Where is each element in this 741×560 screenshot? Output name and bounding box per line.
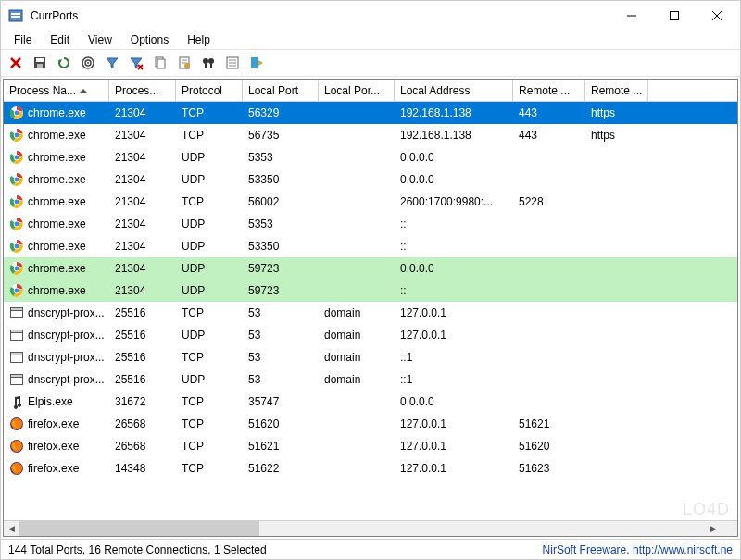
cell: https: [585, 124, 648, 146]
html-report-icon[interactable]: [223, 54, 242, 72]
save-icon[interactable]: [31, 54, 49, 72]
status-text: 144 Total Ports, 16 Remote Connections, …: [8, 543, 267, 556]
cell: [585, 391, 648, 413]
cell: chrome.exe: [4, 280, 109, 302]
table-row[interactable]: chrome.exe21304UDP53530.0.0.0: [4, 146, 737, 168]
cell: chrome.exe: [4, 146, 109, 168]
svg-rect-1: [11, 13, 20, 15]
refresh-icon[interactable]: [55, 54, 73, 72]
clear-filter-icon[interactable]: [127, 54, 145, 72]
menu-view[interactable]: View: [79, 31, 121, 48]
cell: 127.0.0.1: [395, 457, 513, 479]
cell: 21304: [109, 213, 176, 235]
maximize-button[interactable]: [653, 2, 696, 30]
cell: 443: [513, 124, 585, 146]
table-row[interactable]: chrome.exe21304TCP56735192.168.1.138443h…: [4, 124, 737, 146]
svg-point-59: [15, 267, 19, 271]
minimize-button[interactable]: [610, 2, 653, 30]
svg-rect-66: [11, 330, 23, 333]
svg-point-25: [184, 63, 190, 68]
cell: [513, 391, 585, 413]
column-remote-port-name[interactable]: Remote ...: [585, 80, 648, 101]
svg-rect-21: [157, 59, 165, 68]
table-row[interactable]: dnscrypt-prox...25516TCP53domain127.0.0.…: [4, 302, 737, 324]
app-icon: [8, 8, 23, 23]
column-local-port-name[interactable]: Local Por...: [319, 80, 395, 101]
table-row[interactable]: chrome.exe21304UDP533500.0.0.0: [4, 168, 737, 191]
table-row[interactable]: dnscrypt-prox...25516TCP53domain::1: [4, 346, 737, 368]
menu-edit[interactable]: Edit: [41, 31, 79, 48]
cell: 51620: [513, 435, 585, 457]
cell: 5353: [243, 146, 319, 168]
table-row[interactable]: chrome.exe21304TCP56329192.168.1.138443h…: [4, 102, 737, 124]
column-remote-port[interactable]: Remote ...: [513, 80, 585, 101]
table-row[interactable]: firefox.exe14348TCP51622127.0.0.151623: [4, 457, 737, 479]
cell: 127.0.0.1: [395, 324, 513, 346]
menu-file[interactable]: File: [5, 31, 41, 48]
menu-options[interactable]: Options: [121, 31, 178, 48]
column-process-id[interactable]: Proces...: [109, 80, 176, 101]
table-row[interactable]: firefox.exe26568TCP51621127.0.0.151620: [4, 435, 737, 457]
cell: [585, 302, 648, 324]
table-row[interactable]: Elpis.exe31672TCP357470.0.0.0: [4, 391, 737, 413]
cell: [585, 457, 648, 479]
column-local-port[interactable]: Local Port: [243, 80, 319, 101]
table-row[interactable]: dnscrypt-prox...25516UDP53domain::1: [4, 368, 737, 391]
table-row[interactable]: chrome.exe21304UDP59723::: [4, 280, 737, 302]
table-row[interactable]: dnscrypt-prox...25516UDP53domain127.0.0.…: [4, 324, 737, 346]
cell: 192.168.1.138: [395, 124, 513, 146]
find-icon[interactable]: [199, 54, 218, 72]
svg-rect-4: [671, 12, 679, 20]
table-row[interactable]: chrome.exe21304TCP560022600:1700:9980:..…: [4, 191, 737, 213]
table-body[interactable]: chrome.exe21304TCP56329192.168.1.138443h…: [4, 102, 737, 520]
cell: [585, 413, 648, 435]
cell: 127.0.0.1: [395, 413, 513, 435]
cell: dnscrypt-prox...: [4, 368, 109, 391]
cell: 21304: [109, 280, 176, 302]
menubar: File Edit View Options Help: [1, 31, 740, 49]
cell: 25516: [109, 346, 176, 368]
menu-help[interactable]: Help: [178, 31, 220, 48]
exit-icon[interactable]: [247, 54, 266, 72]
table-row[interactable]: chrome.exe21304UDP5353::: [4, 213, 737, 235]
auto-refresh-icon[interactable]: [79, 54, 97, 72]
scroll-left-icon[interactable]: ◀: [4, 521, 19, 537]
cell: 21304: [109, 235, 176, 257]
copy-icon[interactable]: [151, 54, 170, 72]
horizontal-scrollbar[interactable]: ◀ ▶: [4, 520, 737, 536]
cell: domain: [319, 324, 395, 346]
svg-rect-28: [205, 64, 207, 68]
window-icon: [9, 372, 24, 387]
cell: 192.168.1.138: [395, 102, 513, 124]
cell: 21304: [109, 257, 176, 280]
filter-icon[interactable]: [103, 54, 121, 72]
scroll-thumb[interactable]: [19, 521, 259, 536]
status-link[interactable]: NirSoft Freeware. http://www.nirsoft.ne: [543, 543, 733, 556]
svg-marker-35: [258, 60, 263, 66]
svg-point-27: [208, 58, 214, 64]
chrome-icon: [9, 239, 24, 254]
close-button[interactable]: [696, 2, 738, 30]
chrome-icon: [9, 172, 24, 187]
table-row[interactable]: chrome.exe21304UDP597230.0.0.0: [4, 257, 737, 280]
cell: 0.0.0.0: [395, 391, 513, 413]
cell: 31672: [109, 391, 176, 413]
cell: 0.0.0.0: [395, 168, 513, 191]
chrome-icon: [9, 194, 24, 209]
cell: 443: [513, 102, 585, 124]
scroll-right-icon[interactable]: ▶: [706, 521, 722, 537]
close-connection-icon[interactable]: [6, 54, 25, 72]
cell: Elpis.exe: [4, 391, 109, 413]
column-local-address[interactable]: Local Address: [395, 80, 513, 101]
cell: 0.0.0.0: [395, 257, 513, 280]
cell: UDP: [176, 280, 243, 302]
table-row[interactable]: chrome.exe21304UDP53350::: [4, 235, 737, 257]
cell: UDP: [176, 213, 243, 235]
chrome-icon: [9, 283, 24, 298]
column-process-name[interactable]: Process Na...: [4, 80, 109, 101]
properties-icon[interactable]: [175, 54, 194, 72]
table-row[interactable]: firefox.exe26568TCP51620127.0.0.151621: [4, 413, 737, 435]
column-protocol[interactable]: Protocol: [176, 80, 243, 101]
cell: 53: [243, 368, 319, 391]
cell: 2600:1700:9980:...: [395, 191, 513, 213]
